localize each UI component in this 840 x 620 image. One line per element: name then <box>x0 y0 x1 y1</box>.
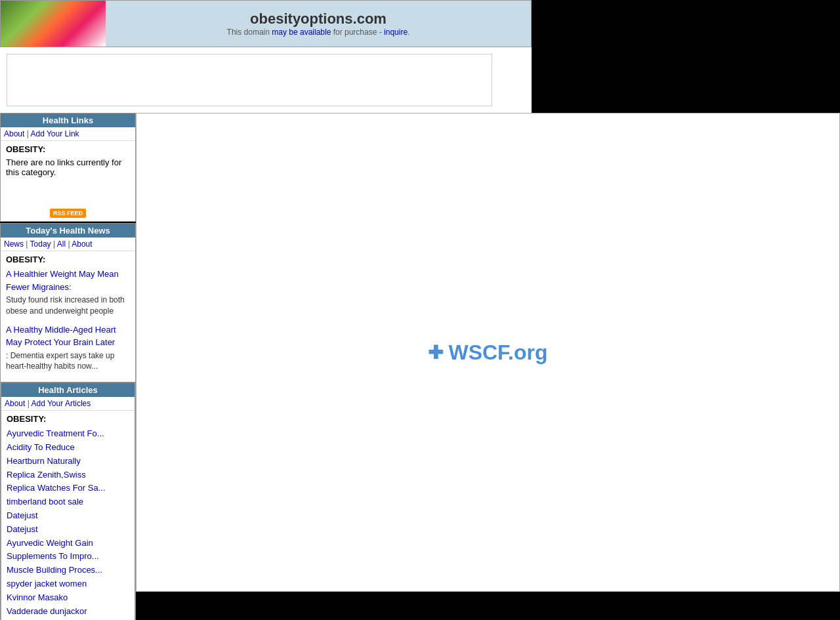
article-link-5[interactable]: timberland boot sale <box>7 495 129 509</box>
header-image <box>1 1 106 47</box>
wscf-logo: ✚ WSCF.org <box>428 341 547 365</box>
article-link-10[interactable]: Muscle Building Proces... <box>7 564 129 577</box>
rss-feed-button[interactable]: RSS FEED <box>50 209 86 218</box>
todays-news-category: OBESITY: <box>6 255 130 264</box>
todays-news-panel: Today's Health News News | Today | All |… <box>0 223 136 620</box>
site-title: obesityoptions.com <box>112 10 524 28</box>
news-link-2[interactable]: A Healthy Middle-Aged Heart May Protect … <box>6 323 130 349</box>
health-articles-body: OBESITY: Ayurvedic Treatment Fo... Acidi… <box>1 411 135 620</box>
health-links-nav: About | Add Your Link <box>1 127 135 141</box>
for-purchase-text: for purchase - <box>333 28 382 37</box>
wscf-org: org <box>514 341 548 364</box>
health-articles-nav: About | Add Your Articles <box>1 397 135 411</box>
todays-news-header: Today's Health News <box>1 224 135 238</box>
news-nav-news[interactable]: News <box>4 239 24 249</box>
wscf-name: WSCF <box>448 341 508 364</box>
news-body-1: Study found risk increased in both obese… <box>6 295 130 317</box>
todays-news-nav: News | Today | All | About <box>1 238 135 251</box>
article-link-9[interactable]: Supplements To Impro... <box>7 550 129 564</box>
inquire-link[interactable]: inquire <box>384 28 408 37</box>
health-links-category: OBESITY: <box>6 144 130 154</box>
article-link-4[interactable]: Replica Watches For Sa... <box>7 482 129 495</box>
news-nav-today[interactable]: Today <box>30 239 51 249</box>
news-nav-about[interactable]: About <box>72 239 92 249</box>
health-links-header: Health Links <box>1 114 135 127</box>
add-your-articles[interactable]: Add Your Articles <box>32 399 91 408</box>
article-link-8[interactable]: Ayurvedic Weight Gain <box>7 537 129 550</box>
article-link-12[interactable]: Kvinnor Masako <box>7 591 129 605</box>
ad-bar-container <box>0 47 532 113</box>
article-link-3[interactable]: Replica Zenith,Swiss <box>7 468 129 482</box>
add-your-link[interactable]: Add Your Link <box>31 129 79 138</box>
news-body-2: : Dementia expert says take up heart-hea… <box>6 350 130 373</box>
header-text-area: obesityoptions.com This domain may be av… <box>106 4 531 43</box>
may-be-available-link[interactable]: may be available <box>272 28 331 37</box>
articles-about[interactable]: About <box>5 399 25 408</box>
article-link-13[interactable]: Vadderade dunjackor <box>7 605 129 619</box>
no-links-text: There are no links currently for this ca… <box>6 157 121 177</box>
article-link-6[interactable]: Datejust <box>7 509 129 523</box>
wscf-cross-icon: ✚ <box>428 342 443 363</box>
articles-category: OBESITY: <box>7 414 129 424</box>
rss-container: RSS FEED <box>6 203 130 218</box>
health-links-panel: Health Links About | Add Your Link OBESI… <box>0 113 136 222</box>
site-header: obesityoptions.com This domain may be av… <box>0 0 532 47</box>
domain-label: This domain <box>227 28 270 37</box>
article-link-7[interactable]: Datejust <box>7 523 129 537</box>
news-item-2: A Healthy Middle-Aged Heart May Protect … <box>6 323 130 373</box>
news-nav-all[interactable]: All <box>57 239 66 249</box>
news-item-1: A Healthier Weight May Mean Fewer Migrai… <box>6 268 130 317</box>
article-link-2[interactable]: Heartburn Naturally <box>7 455 129 468</box>
main-layout: Health Links About | Add Your Link OBESI… <box>0 113 840 620</box>
todays-news-body: OBESITY: A Healthier Weight May Mean Few… <box>1 251 135 382</box>
health-articles-panel: Health Articles About | Add Your Article… <box>1 382 135 620</box>
domain-availability-text: This domain may be available for purchas… <box>112 28 524 37</box>
health-links-body: OBESITY: There are no links currently fo… <box>1 141 135 221</box>
health-articles-header: Health Articles <box>1 383 135 397</box>
article-link-1[interactable]: Acidity To Reduce <box>7 441 129 455</box>
article-link-11[interactable]: spyder jacket women <box>7 577 129 591</box>
left-sidebar: Health Links About | Add Your Link OBESI… <box>0 113 136 620</box>
ad-banner <box>7 54 492 106</box>
health-links-about[interactable]: About <box>4 129 24 138</box>
article-link-0[interactable]: Ayurvedic Treatment Fo... <box>7 427 129 441</box>
wscf-dot: . <box>508 341 514 364</box>
news-link-1[interactable]: A Healthier Weight May Mean Fewer Migrai… <box>6 268 130 293</box>
right-content-area: ✚ WSCF.org <box>136 113 840 592</box>
wscf-text: WSCF.org <box>448 341 547 365</box>
